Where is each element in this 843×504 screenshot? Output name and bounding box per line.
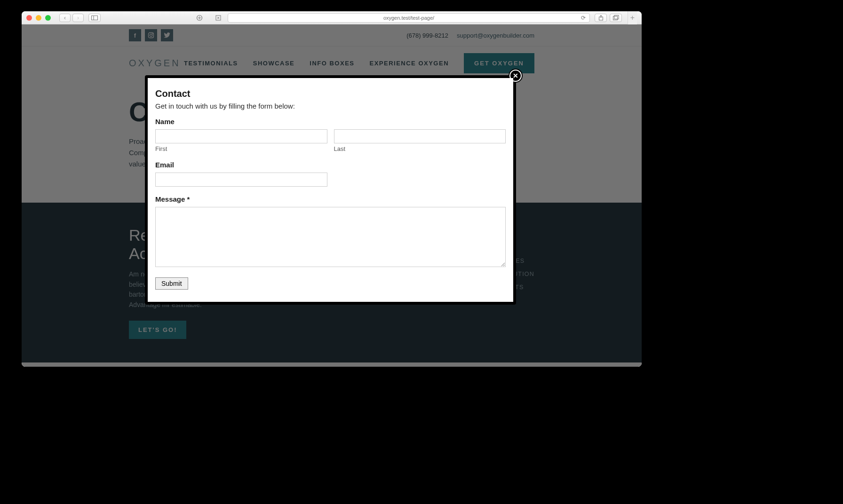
submit-button[interactable]: Submit [155, 277, 188, 290]
maximize-window-icon[interactable] [45, 15, 51, 21]
new-tab-button[interactable]: + [628, 11, 637, 24]
close-icon: ✕ [513, 72, 518, 79]
first-sublabel: First [155, 145, 327, 152]
svg-rect-9 [614, 16, 619, 19]
privacy-report-icon[interactable] [195, 14, 204, 22]
reload-icon[interactable]: ⟳ [581, 15, 586, 21]
last-name-input[interactable] [334, 129, 506, 143]
page-viewport: f (678) 999-8212 support@oxygenbuilder.c… [22, 24, 642, 367]
minimize-window-icon[interactable] [36, 15, 41, 21]
svg-rect-0 [92, 16, 98, 20]
traffic-lights [26, 15, 51, 21]
tabs-icon[interactable] [610, 14, 622, 22]
browser-window: ‹ › oxygen.test/test-page/ ⟳ + [22, 11, 642, 367]
first-name-input[interactable] [155, 129, 327, 143]
contact-modal: ✕ Contact Get in touch with us by fillin… [145, 75, 516, 305]
email-input[interactable] [155, 173, 327, 187]
url-text: oxygen.test/test-page/ [383, 15, 434, 21]
last-sublabel: Last [334, 145, 506, 152]
browser-titlebar: ‹ › oxygen.test/test-page/ ⟳ + [22, 11, 642, 24]
forward-button[interactable]: › [72, 14, 84, 22]
message-textarea[interactable] [155, 207, 506, 267]
modal-title: Contact [155, 88, 506, 99]
message-label: Message * [155, 195, 506, 203]
share-icon[interactable] [595, 14, 607, 22]
sidebar-toggle-icon[interactable] [88, 14, 101, 22]
name-label: Name [155, 118, 506, 126]
email-label: Email [155, 161, 506, 169]
back-button[interactable]: ‹ [59, 14, 71, 22]
address-bar[interactable]: oxygen.test/test-page/ ⟳ [228, 13, 590, 23]
reader-view-icon[interactable] [214, 14, 223, 22]
close-window-icon[interactable] [26, 15, 32, 21]
modal-subtitle: Get in touch with us by filling the form… [155, 102, 506, 110]
svg-rect-8 [613, 16, 617, 20]
